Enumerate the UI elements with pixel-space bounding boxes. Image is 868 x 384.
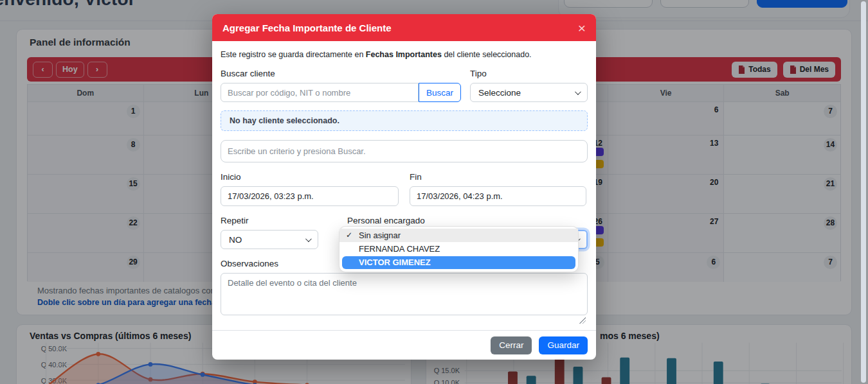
inicio-datetime-input[interactable]	[221, 186, 399, 206]
dropdown-option[interactable]: FERNANDA CHAVEZ	[339, 242, 578, 256]
tipo-label: Tipo	[470, 69, 588, 78]
modal-intro-text: Este registro se guarda directamente en …	[221, 50, 588, 59]
dropdown-option-label: VICTOR GIMENEZ	[359, 257, 431, 267]
check-icon: ✓	[346, 229, 352, 242]
modal-body: Este registro se guarda directamente en …	[212, 41, 596, 317]
guardar-button[interactable]: Guardar	[539, 336, 588, 354]
dropdown-option[interactable]: VICTOR GIMENEZ	[342, 256, 575, 269]
inicio-label: Inicio	[221, 172, 399, 182]
fin-datetime-input[interactable]	[410, 186, 586, 206]
modal-footer: Cerrar Guardar	[212, 330, 596, 360]
chevron-down-icon	[305, 236, 312, 242]
agregar-fecha-modal: Agregar Fecha Importante de Cliente × Es…	[212, 14, 596, 360]
modal-header: Agregar Fecha Importante de Cliente ×	[212, 14, 596, 41]
personal-encargado-dropdown-menu: ✓Sin asignarFERNANDA CHAVEZVICTOR GIMENE…	[339, 226, 579, 272]
repetir-label: Repetir	[221, 216, 318, 225]
repetir-selected-value: NO	[229, 235, 242, 245]
personal-encargado-label: Personal encargado	[347, 216, 588, 225]
buscar-cliente-label: Buscar cliente	[221, 69, 461, 78]
tipo-select[interactable]: Seleccione	[470, 83, 588, 102]
observaciones-textarea[interactable]	[221, 273, 588, 315]
page-scrollbar[interactable]	[861, 1, 866, 383]
criteria-input[interactable]	[221, 140, 588, 162]
tipo-selected-value: Seleccione	[478, 88, 521, 98]
fin-label: Fin	[410, 172, 586, 182]
chevron-down-icon	[575, 89, 581, 95]
cerrar-button[interactable]: Cerrar	[491, 336, 532, 354]
dropdown-option-label: FERNANDA CHAVEZ	[359, 244, 440, 254]
modal-title: Agregar Fecha Importante de Cliente	[222, 22, 392, 33]
dropdown-option-label: Sin asignar	[359, 231, 401, 240]
repetir-select[interactable]: NO	[221, 230, 318, 249]
buscar-button[interactable]: Buscar	[419, 83, 461, 102]
textarea-resize-handle[interactable]	[579, 317, 586, 324]
no-client-alert: No hay cliente seleccionado.	[221, 110, 588, 131]
close-icon[interactable]: ×	[578, 21, 586, 35]
dropdown-option[interactable]: ✓Sin asignar	[339, 229, 578, 242]
search-input[interactable]	[221, 83, 419, 102]
